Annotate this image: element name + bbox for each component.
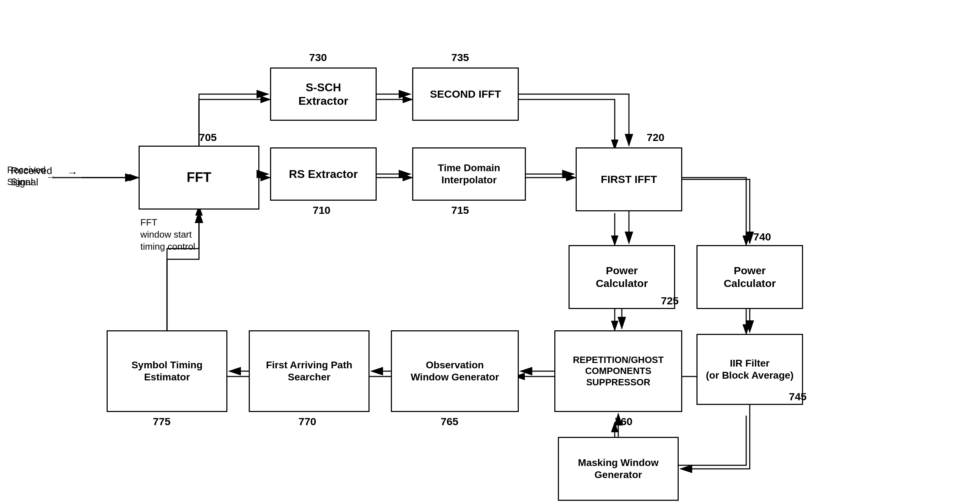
masking-window-number: 750 bbox=[611, 502, 629, 504]
rs-extractor-block: RS Extractor bbox=[270, 148, 377, 201]
time-domain-number: 715 bbox=[451, 204, 469, 216]
repetition-ghost-number: 760 bbox=[615, 415, 633, 428]
repetition-ghost-block: REPETITION/GHOSTCOMPONENTSSUPPRESSOR bbox=[554, 330, 682, 412]
symbol-timing-block: Symbol TimingEstimator bbox=[107, 330, 228, 412]
power-calc-1-number: 725 bbox=[661, 295, 679, 307]
received-signal-text: ReceivedSignal bbox=[7, 164, 46, 188]
power-calc-2-number: 740 bbox=[753, 231, 771, 243]
fft-block: FFT bbox=[138, 146, 259, 210]
first-arriving-path-number: 770 bbox=[299, 415, 316, 428]
second-ifft-number: 735 bbox=[451, 51, 469, 64]
fft-number: 705 bbox=[199, 131, 217, 143]
ssch-number: 730 bbox=[309, 51, 327, 64]
power-calc-1-block: PowerCalculator bbox=[568, 245, 675, 309]
rs-number: 710 bbox=[313, 204, 331, 216]
iir-filter-number: 745 bbox=[789, 391, 807, 403]
first-arriving-path-block: First Arriving PathSearcher bbox=[249, 330, 369, 412]
power-calc-2-block: PowerCalculator bbox=[697, 245, 803, 309]
time-domain-block: Time DomainInterpolator bbox=[412, 148, 526, 201]
observation-window-block: ObservationWindow Generator bbox=[391, 330, 519, 412]
symbol-timing-number: 775 bbox=[153, 415, 170, 428]
masking-window-block: Masking WindowGenerator bbox=[558, 437, 679, 501]
first-ifft-block: FIRST IFFT bbox=[576, 148, 682, 211]
diagram-container: ReceivedSignal → FFT 705 FFTwindow start… bbox=[0, 0, 980, 504]
received-signal-arrow: → bbox=[48, 172, 54, 184]
first-ifft-number: 720 bbox=[647, 131, 665, 143]
second-ifft-block: SECOND IFFT bbox=[412, 67, 519, 121]
observation-window-number: 765 bbox=[441, 415, 458, 428]
iir-filter-block: IIR Filter(or Block Average) bbox=[697, 334, 803, 405]
ssch-extractor-block: S-SCHExtractor bbox=[270, 67, 377, 121]
fft-control-label: FFTwindow starttiming control bbox=[140, 217, 196, 253]
